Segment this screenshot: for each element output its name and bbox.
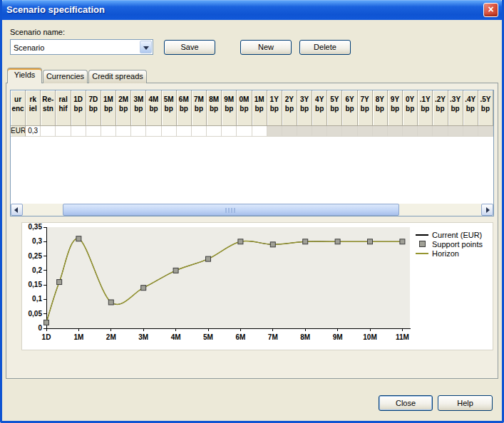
column-header: Re-stn xyxy=(41,90,56,126)
grid-cell[interactable] xyxy=(222,126,237,137)
column-header: .3Ybp xyxy=(448,90,463,126)
scenario-name-value: Scenario xyxy=(14,41,138,53)
svg-text:0,25: 0,25 xyxy=(29,252,43,260)
svg-text:8M: 8M xyxy=(300,333,310,341)
scenario-combo-dropdown-button[interactable] xyxy=(140,41,152,53)
grid-cell[interactable] xyxy=(388,126,403,137)
grid-cell[interactable] xyxy=(41,126,56,137)
grid-cell[interactable] xyxy=(433,126,448,137)
column-header: 1Ybp xyxy=(267,90,282,126)
tab-yields[interactable]: Yields xyxy=(7,68,42,83)
grid-cell[interactable] xyxy=(237,126,252,137)
svg-text:11M: 11M xyxy=(396,333,409,341)
column-header: .5Ybp xyxy=(478,90,493,126)
svg-text:0: 0 xyxy=(38,324,42,332)
column-header: 0Ybp xyxy=(403,90,418,126)
grid-cell[interactable] xyxy=(418,126,433,137)
legend-item-current: Current (EUR) xyxy=(416,230,483,239)
column-header: 6Mbp xyxy=(177,90,192,126)
grid-cell[interactable] xyxy=(131,126,146,137)
scrollbar-track[interactable] xyxy=(23,204,481,216)
scrollbar-thumb[interactable] xyxy=(63,204,399,216)
grid-cell[interactable] xyxy=(56,126,71,137)
grid-cell[interactable] xyxy=(116,126,131,137)
grid-cell[interactable] xyxy=(162,126,177,137)
yield-chart-panel: 00,050,10,150,20,250,30,351D1M2M3M4M5M6M… xyxy=(21,222,493,350)
grid-cell[interactable] xyxy=(327,126,342,137)
grid-cell[interactable] xyxy=(177,126,192,137)
grid-cell[interactable] xyxy=(448,126,463,137)
svg-text:0,15: 0,15 xyxy=(29,281,43,288)
column-header: 1Mbp xyxy=(252,90,267,126)
support-point-icon xyxy=(419,241,426,247)
grid-cell[interactable] xyxy=(342,126,357,137)
scroll-left-icon xyxy=(14,207,18,213)
column-header: 4Mbp xyxy=(146,90,161,126)
scroll-right-button[interactable] xyxy=(481,204,493,216)
grid-cell[interactable] xyxy=(297,126,312,137)
grid-cell[interactable] xyxy=(101,126,116,137)
column-header: 0Mbp xyxy=(237,90,252,126)
svg-text:0,3: 0,3 xyxy=(32,237,42,245)
help-button[interactable]: Help xyxy=(438,395,493,411)
column-header: 5Mbp xyxy=(162,90,177,126)
grid-cell[interactable] xyxy=(312,126,327,137)
row-header-cell[interactable]: EUR xyxy=(11,126,26,137)
grid-cell[interactable] xyxy=(146,126,161,137)
grid-cell[interactable] xyxy=(282,126,297,137)
new-button[interactable]: New xyxy=(240,40,292,55)
column-header: 9Mbp xyxy=(222,90,237,126)
close-window-button[interactable]: × xyxy=(483,3,498,17)
svg-text:5M: 5M xyxy=(203,333,213,341)
legend-item-horizon: Horizon xyxy=(416,249,483,258)
grid-cell[interactable] xyxy=(358,126,373,137)
scrollbar-grip xyxy=(225,208,237,213)
tab-credit-spreads[interactable]: Credit spreads xyxy=(88,70,147,83)
delete-button[interactable]: Delete xyxy=(299,40,351,55)
grid-cell[interactable] xyxy=(267,126,282,137)
grid-cell[interactable]: 0,3 xyxy=(26,126,41,137)
column-header: rkiel xyxy=(26,90,41,126)
scenario-specification-dialog: Scenario specification × Scenario name: … xyxy=(0,0,504,423)
column-header: 2Ybp xyxy=(282,90,297,126)
grid-cell[interactable] xyxy=(463,126,478,137)
close-button[interactable]: Close xyxy=(379,395,433,411)
column-header: 8Mbp xyxy=(207,90,222,126)
column-header: .4Ybp xyxy=(463,90,478,126)
grid-cell[interactable] xyxy=(373,126,388,137)
svg-text:4M: 4M xyxy=(171,333,181,341)
svg-text:7M: 7M xyxy=(268,333,278,341)
column-header: 7Mbp xyxy=(192,90,207,126)
horizontal-scrollbar[interactable] xyxy=(11,204,493,216)
scenario-name-label: Scenario name: xyxy=(10,28,65,36)
grid-cell[interactable] xyxy=(403,126,418,137)
column-header: 1Mbp xyxy=(101,90,116,126)
scroll-left-button[interactable] xyxy=(11,204,23,216)
column-header: 8Ybp xyxy=(373,90,388,126)
grid-cell[interactable] xyxy=(71,126,86,137)
grid-cell[interactable] xyxy=(192,126,207,137)
column-header: ralhif xyxy=(56,90,71,126)
save-button[interactable]: Save xyxy=(164,40,215,55)
grid-cell[interactable] xyxy=(86,126,101,137)
column-header: 2Mbp xyxy=(116,90,131,126)
grid-cell[interactable] xyxy=(478,126,493,137)
svg-text:1D: 1D xyxy=(42,333,51,341)
title-bar[interactable]: Scenario specification xyxy=(0,0,504,20)
svg-text:9M: 9M xyxy=(333,333,343,341)
column-header: 3Mbp xyxy=(131,90,146,126)
chevron-down-icon xyxy=(143,46,149,53)
column-header: 7Ybp xyxy=(358,90,373,126)
svg-text:2M: 2M xyxy=(106,333,116,341)
svg-text:0,05: 0,05 xyxy=(29,310,43,318)
legend-item-support-points: Support points xyxy=(416,239,483,249)
tab-currencies[interactable]: Currencies xyxy=(43,70,88,83)
current-line-icon xyxy=(416,234,428,236)
scenario-name-combobox[interactable]: Scenario xyxy=(10,39,153,55)
grid-cell[interactable] xyxy=(252,126,267,137)
close-icon: × xyxy=(488,4,493,15)
svg-text:6M: 6M xyxy=(235,333,245,341)
legend-horizon-label: Horizon xyxy=(432,249,459,258)
column-header: urenc xyxy=(11,90,26,126)
grid-cell[interactable] xyxy=(207,126,222,137)
